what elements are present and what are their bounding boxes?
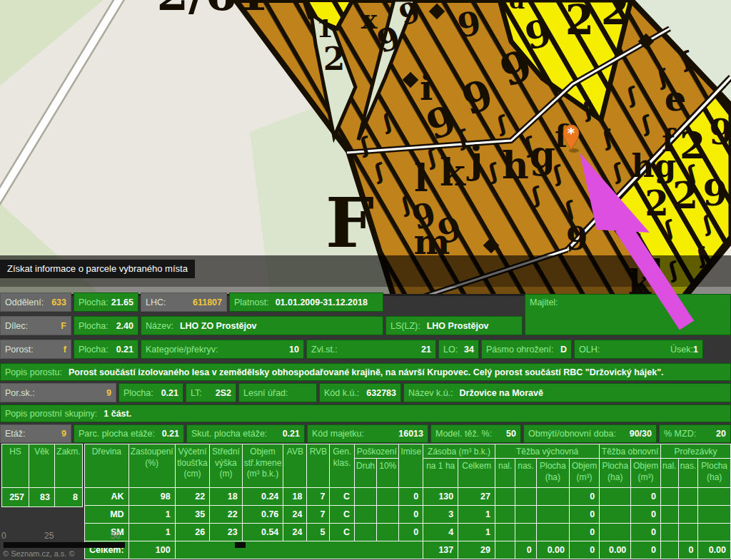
field-label: Parc. plocha etáže: — [79, 429, 155, 439]
field-label: Plocha: — [123, 388, 153, 398]
table-cell — [515, 524, 536, 541]
field-k-d-majetku: Kód majetku:16013 — [307, 424, 428, 443]
table-cell: 7 — [307, 488, 330, 506]
table-cell: 0 — [631, 541, 661, 559]
col-header-nas: nas. — [678, 459, 698, 488]
col-header-na-1-ha: na 1 ha — [423, 459, 458, 488]
parcel-label: F — [326, 183, 374, 263]
field-label: Lesní úřad: — [243, 388, 288, 398]
parcel-label: l — [414, 156, 428, 200]
table-cell: AK — [85, 488, 129, 506]
table-cell: 0 — [515, 541, 536, 559]
field-label: LS(LZ): — [390, 321, 420, 331]
field-label: Název k.ú.: — [408, 388, 453, 398]
col-header-nal: nal. — [495, 459, 515, 488]
field-value: 1 část. — [104, 409, 131, 419]
field-popis-porostn-skupiny: Popis porostní skupiny:1 část. — [0, 404, 731, 422]
parcel-label: e — [665, 78, 687, 118]
col-group-po-kozen: Poškození — [355, 444, 399, 459]
field-label: Por.sk.: — [5, 388, 35, 398]
scale-tick-label: 50 — [111, 531, 120, 541]
map-tooltip: Získat informace o parcele vybraného mís… — [0, 260, 195, 278]
field-value: LHO Prostějov — [427, 321, 489, 331]
table-cell — [355, 524, 377, 541]
parcel-label: 2 — [323, 41, 346, 77]
table-cell: MD — [85, 506, 129, 524]
col-header-zastoupen: Zastoupení (%) — [128, 444, 175, 488]
col-group-t-ba-obnovn: Těžba obnovní — [600, 444, 661, 459]
field-label: Zvl.st.: — [311, 345, 338, 355]
col-header-v-k: Věk — [29, 444, 55, 488]
parcel-label: k — [440, 151, 466, 194]
table-cell — [377, 506, 399, 524]
field-value: 611807 — [193, 297, 222, 307]
col-header-celkem: Celkem — [458, 459, 495, 488]
table-cell — [600, 524, 631, 541]
field-label: Plocha: — [79, 345, 109, 355]
table-cell: 1 — [458, 506, 495, 524]
field-value: 16013 — [398, 429, 423, 439]
table-cell — [660, 488, 678, 506]
field-label: % MZD: — [664, 429, 696, 439]
field-value: 21.65 — [111, 297, 133, 307]
field-label: Úsek: — [670, 345, 693, 355]
table-cell — [678, 488, 698, 506]
field-kategorie-p-ekryv: Kategorie/překryv:10 — [141, 340, 304, 359]
field-value: 2.40 — [116, 321, 133, 331]
table-cell: 130 — [423, 488, 458, 506]
species-row: AK9822180.24187C01302700 — [85, 488, 731, 506]
species-row: SM126230.54245C04100 — [85, 524, 731, 541]
col-header-st-edn-v-ka-m: Střední výška (m) — [210, 444, 242, 488]
field-label: Název: — [146, 321, 173, 331]
field-value: 01.01.2009-31.12.2018 — [276, 297, 368, 307]
table-cell: 0 — [569, 524, 599, 541]
col-header-gen-klas: Gen. klas. — [330, 444, 355, 488]
table-cell: 24 — [283, 524, 307, 541]
field-label: Etáž: — [5, 429, 26, 439]
table-cell — [355, 488, 377, 506]
table-cell: 7 — [307, 506, 330, 524]
table-cell: 137 — [423, 541, 458, 559]
field-label: LT: — [191, 388, 202, 398]
table-cell: 26 — [175, 524, 210, 541]
field-label: Kód majetku: — [312, 429, 364, 439]
field-model-t: Model. těž. %:50 — [430, 424, 521, 443]
field-skut-plocha-et-e: Skut. plocha etáže:0.21 — [186, 424, 305, 443]
table-cell: 0.00 — [600, 541, 631, 559]
field-k-d-k: Kód k.ú.:632783 — [319, 383, 401, 402]
table-cell — [698, 524, 731, 541]
col-header-zakm: Zakm. — [55, 444, 83, 488]
parcel-label: d — [509, 0, 525, 14]
scale-tick-label: 0 — [1, 531, 6, 541]
field-label: Model. těž. %: — [435, 429, 492, 439]
table-cell — [678, 524, 698, 541]
parcel-label: hg — [632, 148, 677, 184]
field-value: F — [61, 321, 66, 331]
table-row: 257838 — [2, 488, 83, 507]
table-cell — [495, 541, 515, 559]
table-cell: 18 — [283, 488, 307, 506]
field-value: Držovice na Moravě — [460, 388, 543, 398]
parcel-label: 2 — [672, 173, 698, 217]
field-value: 0.21 — [161, 388, 178, 398]
table-cell — [355, 506, 377, 524]
table-cell — [660, 541, 678, 559]
table-cell — [495, 524, 515, 541]
field-value: 1 — [693, 345, 698, 355]
field-value: 632783 — [366, 388, 396, 398]
field-n-zev: Název:LHO ZO Prostějov — [141, 316, 383, 335]
total-row: Celkem:1001372900.0000.00000.00 — [85, 541, 731, 559]
table-cell: 0.00 — [698, 541, 731, 559]
table-cell: 1 — [128, 506, 175, 524]
field-plocha: Plocha:21.65 — [74, 292, 138, 312]
table-cell — [536, 488, 569, 506]
field-label: Dílec: — [5, 321, 28, 331]
col-header-druh: Druh — [355, 459, 377, 488]
table-cell: 0 — [631, 524, 661, 541]
field-value: Porost součástí izolovaného lesa v zeměd… — [69, 367, 664, 377]
field-mzd: % MZD:20 — [659, 424, 731, 443]
col-header-objem-st-kmene-m-b-k: Objem stř.kmene (m³ b.k.) — [242, 444, 283, 488]
col-header-rvb: RVB — [307, 444, 330, 488]
field-olh: OLH:Úsek:1 — [574, 340, 703, 359]
table-cell: C — [330, 488, 355, 506]
